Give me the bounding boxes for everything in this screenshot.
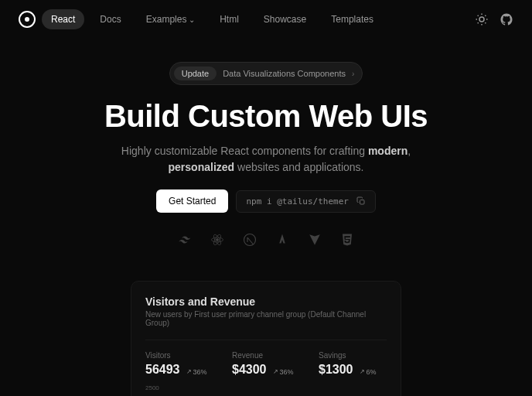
stat-label: Revenue	[232, 351, 300, 360]
stat-revenue: Revenue $4300 ↗36%	[232, 351, 300, 377]
svg-point-2	[217, 239, 219, 241]
theme-toggle-icon[interactable]	[475, 12, 489, 26]
nav-examples[interactable]: Examples	[137, 9, 204, 29]
stat-label: Savings	[319, 351, 387, 360]
stat-delta: ↗36%	[273, 368, 294, 376]
stat-visitors: Visitors 56493 ↗36%	[145, 351, 213, 377]
nav-templates[interactable]: Templates	[322, 9, 383, 29]
logo-icon[interactable]	[19, 11, 36, 28]
vite-icon	[308, 233, 322, 247]
hero-subtitle: Highly customizable React components for…	[88, 143, 444, 176]
trend-up-icon: ↗	[360, 368, 365, 375]
copy-icon[interactable]	[356, 196, 366, 206]
nav-showcase[interactable]: Showcase	[254, 9, 315, 29]
nav-react[interactable]: React	[42, 9, 84, 29]
react-icon	[210, 233, 224, 247]
stat-savings: Savings $1300 ↗6%	[319, 351, 387, 377]
trend-up-icon: ↗	[186, 368, 192, 375]
stat-label: Visitors	[145, 351, 213, 360]
stat-value: $1300	[319, 363, 353, 377]
svg-rect-1	[360, 200, 364, 205]
badge-pill: Update	[174, 67, 217, 80]
badge-text: Data Visualizations Components	[223, 69, 346, 78]
chevron-right-icon: ›	[352, 70, 354, 78]
hero-title: Build Custom Web UIs	[15, 99, 517, 134]
stat-delta: ↗6%	[360, 368, 377, 376]
svg-point-0	[479, 17, 484, 22]
command-text: npm i @tailus/themer	[246, 196, 348, 207]
stat-value: 56493	[145, 363, 180, 377]
area-chart: 2500 1900 1300 500 0	[145, 387, 387, 396]
github-icon[interactable]	[500, 12, 513, 26]
get-started-button[interactable]: Get Started	[156, 189, 228, 213]
y-tick: 2500	[145, 384, 159, 391]
install-command[interactable]: npm i @tailus/themer	[236, 190, 375, 213]
tech-logo-strip	[15, 233, 517, 247]
html5-icon	[340, 233, 354, 247]
card-subtitle: New users by First user primary channel …	[145, 310, 387, 327]
trend-up-icon: ↗	[273, 368, 278, 375]
astro-icon	[275, 233, 289, 247]
stat-delta: ↗36%	[186, 368, 207, 376]
stat-value: $4300	[232, 363, 267, 377]
nav-html[interactable]: Html	[210, 9, 248, 29]
update-badge[interactable]: Update Data Visualizations Components ›	[169, 62, 363, 85]
analytics-card: Visitors and Revenue New users by First …	[131, 281, 401, 396]
nextjs-icon	[243, 233, 257, 247]
nav-docs[interactable]: Docs	[90, 9, 130, 29]
tailwind-icon	[178, 233, 192, 247]
card-title: Visitors and Revenue	[145, 295, 387, 308]
